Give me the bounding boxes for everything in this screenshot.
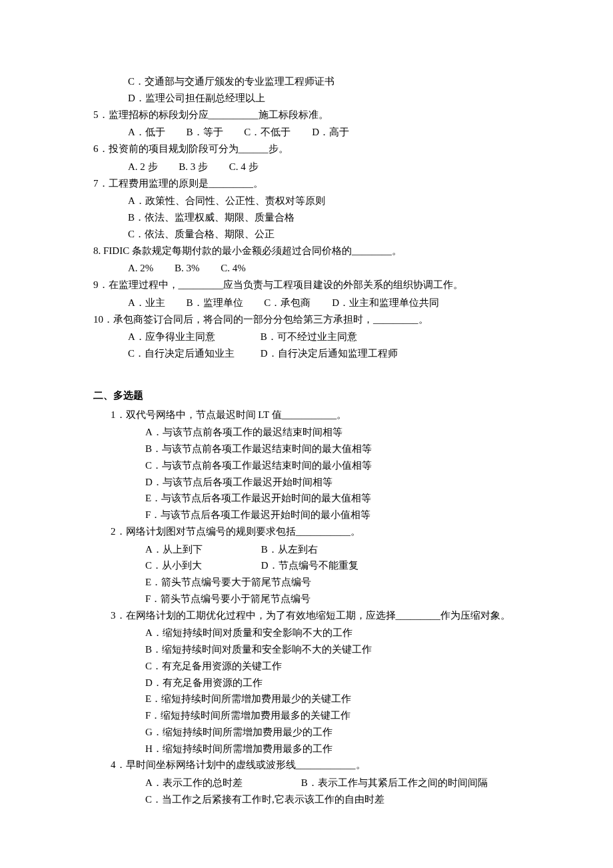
document-page: C．交通部与交通厅颁发的专业监理工程师证书 D．监理公司担任副总经理以上 5．监…	[0, 0, 613, 868]
s2-q3-option-c: C．有充足备用资源的关键工作	[93, 658, 526, 675]
s2-q1-option-b: B．与该节点前各项工作最迟结束时间的最大值相等	[93, 441, 526, 457]
q5-stem: 5．监理招标的标段划分应__________施工标段标准。	[93, 107, 526, 123]
q9-option-d: D．业主和监理单位共同	[332, 295, 439, 311]
q10-option-c: C．自行决定后通知业主	[128, 345, 258, 362]
q10-option-b: B．可不经过业主同意	[261, 331, 357, 342]
s2-q1-option-f: F．与该节点后各项工作最迟开始时间的最小值相等	[93, 507, 526, 523]
s2-q4-option-c: C．当工作之后紧接有工作时,它表示该工作的自由时差	[93, 791, 526, 808]
q10-stem: 10．承包商签订合同后，将合同的一部分分包给第三方承担时，_________。	[93, 311, 526, 328]
q7-option-a: A．政策性、合同性、公正性、责权对等原则	[93, 193, 526, 209]
s2-q3-option-a: A．缩短持续时间对质量和安全影响不大的工作	[93, 625, 526, 641]
s2-q1-option-a: A．与该节点前各项工作的最迟结束时间相等	[93, 424, 526, 441]
q5-option-c: C．不低于	[244, 124, 291, 141]
q-cont-option-c: C．交通部与交通厅颁发的专业监理工程师证书	[93, 73, 526, 90]
section2-title: 二、多选题	[93, 387, 526, 404]
q6-option-a: A. 2 步	[128, 159, 158, 175]
q7-stem: 7．工程费用监理的原则是_________。	[93, 175, 526, 192]
q10-options-row1: A．应争得业主同意 B．可不经过业主同意	[93, 329, 526, 345]
s2-q3-option-e: E．缩短持续时间所需增加费用最少的关键工作	[93, 691, 526, 707]
s2-q4-options-row1: A．表示工作的总时差 B．表示工作与其紧后工作之间的时间间隔	[93, 775, 526, 791]
q8-option-b: B. 3%	[175, 260, 200, 277]
s2-q2-options-row2: C．从小到大 D．节点编号不能重复	[93, 557, 526, 574]
q8-options: A. 2% B. 3% C. 4%	[93, 260, 526, 277]
q-cont-option-d: D．监理公司担任副总经理以上	[93, 90, 526, 107]
s2-q3-option-d: D．有充足备用资源的工作	[93, 675, 526, 691]
s2-q1-option-d: D．与该节点后各项工作最迟开始时间相等	[93, 474, 526, 491]
s2-q2-option-f: F．箭头节点编号要小于箭尾节点编号	[93, 591, 526, 607]
q9-option-b: B．监理单位	[187, 295, 243, 311]
q5-option-a: A．低于	[128, 124, 165, 141]
q8-option-a: A. 2%	[128, 260, 153, 277]
s2-q4-option-a: A．表示工作的总时差	[145, 775, 299, 791]
q5-option-b: B．等于	[187, 124, 223, 141]
s2-q3-option-f: F．缩短持续时间所需增加费用最多的关键工作	[93, 707, 526, 724]
q9-stem: 9．在监理过程中，_________应当负责与工程项目建设的外部关系的组织协调工…	[93, 277, 526, 293]
s2-q1-stem: 1．双代号网络中，节点最迟时间 LT 值___________。	[93, 407, 526, 423]
q10-option-d: D．自行决定后通知监理工程师	[261, 348, 398, 359]
q7-option-b: B．依法、监理权威、期限、质量合格	[93, 209, 526, 226]
q5-option-d: D．高于	[312, 124, 349, 141]
s2-q2-options-row1: A．从上到下 B．从左到右	[93, 541, 526, 558]
q6-stem: 6．投资前的项目规划阶段可分为______步。	[93, 141, 526, 157]
q10-options-row2: C．自行决定后通知业主 D．自行决定后通知监理工程师	[93, 345, 526, 362]
s2-q2-option-c: C．从小到大	[145, 557, 259, 574]
s2-q3-option-b: B．缩短持续时间对质量和安全影响不大的关键工作	[93, 641, 526, 658]
q9-option-a: A．业主	[128, 295, 165, 311]
q8-option-c: C. 4%	[221, 260, 246, 277]
s2-q3-option-h: H．缩短持续时间所需增加费用最多的工作	[93, 741, 526, 757]
s2-q2-option-e: E．箭头节点编号要大于箭尾节点编号	[93, 574, 526, 591]
s2-q2-option-d: D．节点编号不能重复	[261, 560, 358, 571]
s2-q3-stem: 3．在网络计划的工期优化过程中，为了有效地缩短工期，应选择_________作为…	[93, 607, 526, 624]
q9-options: A．业主 B．监理单位 C．承包商 D．业主和监理单位共同	[93, 295, 526, 311]
q8-stem: 8. FIDIC 条款规定每期付款的最小金额必须超过合同价格的________。	[93, 243, 526, 259]
q6-options: A. 2 步 B. 3 步 C. 4 步	[93, 159, 526, 175]
s2-q2-stem: 2．网络计划图对节点编号的规则要求包括___________。	[93, 523, 526, 540]
q7-option-c: C．依法、质量合格、期限、公正	[93, 226, 526, 243]
s2-q1-option-e: E．与该节点后各项工作最迟开始时间的最大值相等	[93, 490, 526, 507]
s2-q4-option-b: B．表示工作与其紧后工作之间的时间间隔	[301, 777, 488, 788]
s2-q3-option-g: G．缩短持续时间所需增加费用最少的工作	[93, 724, 526, 741]
s2-q4-stem: 4．早时间坐标网络计划中的虚线或波形线____________。	[93, 757, 526, 773]
q6-option-b: B. 3 步	[179, 159, 208, 175]
q10-option-a: A．应争得业主同意	[128, 329, 258, 345]
q9-option-c: C．承包商	[264, 295, 310, 311]
q6-option-c: C. 4 步	[229, 159, 259, 175]
s2-q2-option-b: B．从左到右	[261, 544, 318, 555]
s2-q2-option-a: A．从上到下	[145, 541, 259, 558]
q5-options: A．低于 B．等于 C．不低于 D．高于	[93, 124, 526, 141]
s2-q1-option-c: C．与该节点前各项工作最迟结束时间的最小值相等	[93, 457, 526, 474]
